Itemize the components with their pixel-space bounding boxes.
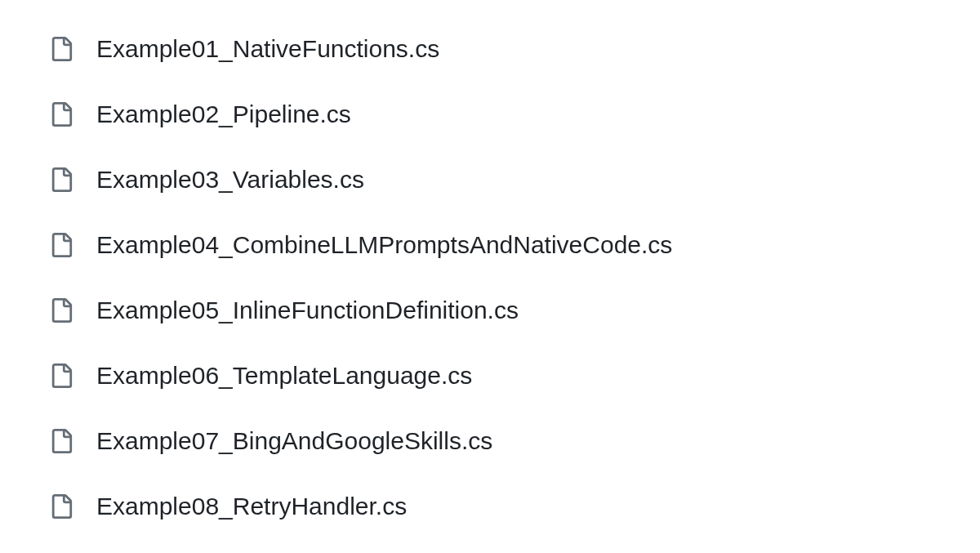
file-icon <box>49 492 74 521</box>
file-list: Example01_NativeFunctions.cs Example02_P… <box>49 16 980 539</box>
file-row[interactable]: Example07_BingAndGoogleSkills.cs <box>49 408 980 474</box>
file-row[interactable]: Example08_RetryHandler.cs <box>49 474 980 539</box>
file-link[interactable]: Example03_Variables.cs <box>96 165 364 194</box>
file-link[interactable]: Example04_CombineLLMPromptsAndNativeCode… <box>96 230 672 260</box>
file-link[interactable]: Example07_BingAndGoogleSkills.cs <box>96 426 492 456</box>
file-link[interactable]: Example01_NativeFunctions.cs <box>96 34 439 64</box>
file-link[interactable]: Example08_RetryHandler.cs <box>96 492 407 521</box>
file-icon <box>49 100 74 129</box>
file-icon <box>49 230 74 260</box>
file-icon <box>49 34 74 64</box>
file-row[interactable]: Example06_TemplateLanguage.cs <box>49 343 980 408</box>
file-icon <box>49 361 74 390</box>
file-icon <box>49 426 74 456</box>
file-row[interactable]: Example05_InlineFunctionDefinition.cs <box>49 278 980 343</box>
file-link[interactable]: Example02_Pipeline.cs <box>96 100 351 129</box>
file-link[interactable]: Example06_TemplateLanguage.cs <box>96 361 472 390</box>
file-row[interactable]: Example01_NativeFunctions.cs <box>49 16 980 82</box>
file-row[interactable]: Example04_CombineLLMPromptsAndNativeCode… <box>49 212 980 278</box>
file-link[interactable]: Example05_InlineFunctionDefinition.cs <box>96 296 519 325</box>
file-row[interactable]: Example03_Variables.cs <box>49 147 980 212</box>
file-row[interactable]: Example02_Pipeline.cs <box>49 82 980 147</box>
file-icon <box>49 296 74 325</box>
file-icon <box>49 165 74 194</box>
